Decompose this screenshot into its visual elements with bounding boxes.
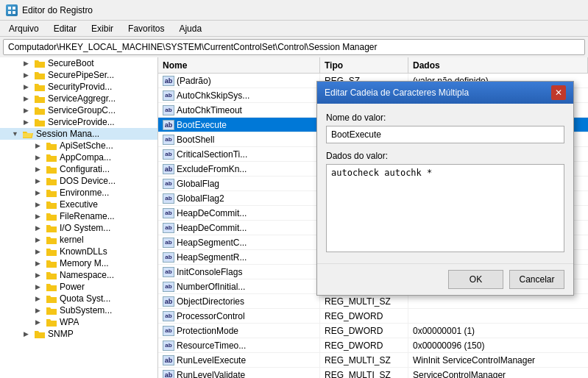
cell-name-text: BootExecute	[177, 120, 227, 130]
tree-arrow: ▶	[35, 236, 46, 243]
tree-label: ServiceGroupC...	[48, 105, 116, 115]
col-header-data[interactable]: Dados	[408, 57, 588, 73]
cell-name: abGlobalFlag	[158, 176, 320, 190]
cell-name-text: HeapSegmentR...	[177, 252, 247, 263]
tree-arrow: ▶	[35, 295, 46, 302]
folder-icon	[34, 105, 46, 115]
menu-editar[interactable]: Editar	[48, 22, 82, 35]
table-row[interactable]: abProtectionModeREG_DWORD0x00000001 (1)	[158, 324, 588, 338]
tree-arrow: ▼	[12, 130, 22, 138]
tree-item-dosdevice[interactable]: ▶ DOS Device...	[0, 175, 157, 187]
tree-item-wpa[interactable]: ▶ WPA	[0, 316, 157, 328]
dialog-name-input[interactable]	[326, 126, 564, 143]
table-row[interactable]: abRunLevelValidateREG_MULTI_SZServiceCon…	[158, 368, 588, 378]
cell-name-text: AutoChkTimeout	[177, 105, 242, 115]
address-bar: Computador\HKEY_LOCAL_MACHINE\SYSTEM\Cur…	[3, 39, 585, 55]
tree-label: DOS Device...	[60, 176, 116, 186]
reg-sz-icon: ab	[163, 76, 174, 86]
cell-name-text: ProcessorControl	[177, 311, 245, 321]
cell-name: ab(Padrão)	[158, 74, 320, 88]
tree-item-power[interactable]: ▶ Power	[0, 281, 157, 293]
tree-item-secureboot[interactable]: ▶ SecureBoot	[0, 57, 157, 69]
tree-item-serviceprovide[interactable]: ▶ ServiceProvide...	[0, 116, 157, 128]
cell-name: abCriticalSectionTi...	[158, 147, 320, 161]
dialog-data-label: Dados do valor:	[326, 151, 564, 161]
dialog-data-container	[326, 164, 564, 254]
folder-icon	[46, 246, 57, 257]
tree-item-snmp[interactable]: ▶ SNMP	[0, 328, 157, 340]
dialog-data-textarea[interactable]	[326, 164, 564, 252]
table-row[interactable]: abRunLevelExecuteREG_MULTI_SZWinInit Ser…	[158, 353, 588, 368]
tree-item-sessionmanager[interactable]: ▼ Session Mana...	[0, 128, 157, 140]
tree-item-serviceaggregr[interactable]: ▶ ServiceAggregr...	[0, 93, 157, 104]
tree-item-filerename[interactable]: ▶ FileRename...	[0, 210, 157, 222]
folder-icon	[46, 176, 57, 186]
tree-item-appcompa[interactable]: ▶ AppCompa...	[0, 151, 157, 163]
tree-arrow: ▶	[35, 201, 46, 208]
cell-name-text: HeapDeCommit...	[177, 208, 247, 218]
cell-name-text: BootShell	[177, 135, 214, 145]
tree-item-namespace[interactable]: ▶ Namespace...	[0, 269, 157, 281]
cell-type: REG_DWORD	[320, 309, 408, 323]
reg-dword-icon: ab	[163, 340, 174, 351]
cell-type: REG_MULTI_SZ	[320, 294, 408, 308]
dialog-close-button[interactable]: ✕	[551, 85, 566, 100]
reg-dword-icon: ab	[163, 238, 174, 248]
tree-item-quotasyst[interactable]: ▶ Quota Syst...	[0, 293, 157, 304]
cell-name: abExcludeFromKn...	[158, 162, 320, 176]
cell-data: 0x00000001 (1)	[408, 324, 588, 338]
dialog-cancel-button[interactable]: Cancelar	[509, 270, 564, 289]
tree-arrow: ▶	[35, 177, 46, 185]
dialog-title-bar: Editar Cadeia de Caracteres Múltipla ✕	[317, 82, 573, 104]
tree-arrow: ▶	[35, 189, 46, 196]
reg-dword-icon: ab	[163, 149, 174, 160]
menu-favoritos[interactable]: Favoritos	[122, 22, 170, 35]
tree-item-configurati[interactable]: ▶ Configurati...	[0, 163, 157, 175]
tree-item-securepipeser[interactable]: ▶ SecurePipeSer...	[0, 69, 157, 81]
tree-arrow: ▶	[35, 165, 46, 173]
cell-name-text: (Padrão)	[177, 76, 211, 86]
reg-dword-icon: ab	[163, 252, 174, 263]
dialog-ok-button[interactable]: OK	[448, 270, 503, 289]
cell-name-text: RunLevelExecute	[177, 355, 246, 365]
tree-item-executive[interactable]: ▶ Executive	[0, 199, 157, 210]
reg-dword-icon: ab	[163, 179, 174, 189]
cell-type: REG_MULTI_SZ	[320, 353, 408, 367]
svg-rect-2	[8, 11, 11, 14]
table-row[interactable]: abObjectDirectoriesREG_MULTI_SZ	[158, 294, 588, 309]
tree-label: WPA	[60, 317, 79, 327]
tree-item-kernel[interactable]: ▶ kernel	[0, 234, 157, 246]
cell-name: abHeapSegmentR...	[158, 250, 320, 264]
tree-label: I/O System...	[60, 223, 110, 233]
menu-arquivo[interactable]: Arquivo	[3, 22, 45, 35]
col-header-type[interactable]: Tipo	[320, 57, 408, 73]
menu-ajuda[interactable]: Ajuda	[173, 22, 208, 35]
cell-name: abProcessorControl	[158, 309, 320, 323]
tree-item-subsystem[interactable]: ▶ SubSystem...	[0, 304, 157, 316]
cell-name-text: AutoChkSkipSys...	[177, 90, 249, 101]
tree-arrow: ▶	[35, 318, 46, 326]
cell-data: WinInit ServiceControlManager	[408, 353, 588, 367]
cell-name: abInitConsoleFlags	[158, 265, 320, 279]
reg-dword-icon: ab	[163, 105, 174, 115]
table-row[interactable]: abProcessorControlREG_DWORD	[158, 309, 588, 324]
folder-icon	[46, 293, 57, 304]
tree-label: Executive	[60, 199, 98, 210]
reg-dword-icon: ab	[163, 223, 174, 233]
reg-sz-icon: ab	[163, 164, 174, 174]
cell-type: REG_DWORD	[320, 338, 408, 352]
table-row[interactable]: abResourceTimeo...REG_DWORD0x00000096 (1…	[158, 338, 588, 353]
menu-bar: Arquivo Editar Exibir Favoritos Ajuda	[0, 21, 588, 37]
col-header-name[interactable]: Nome	[158, 57, 320, 73]
cell-name-text: HeapSegmentC...	[177, 238, 247, 248]
tree-item-securityprovid[interactable]: ▶ SecurityProvid...	[0, 81, 157, 93]
menu-exibir[interactable]: Exibir	[85, 22, 119, 35]
tree-item-environme[interactable]: ▶ Environme...	[0, 187, 157, 199]
tree-item-memorym[interactable]: ▶ Memory M...	[0, 257, 157, 269]
tree-item-apisetsche[interactable]: ▶ ApiSetSche...	[0, 140, 157, 151]
tree-arrow: ▶	[24, 118, 34, 126]
tree-label: Environme...	[60, 188, 109, 198]
tree-item-servicegroupc[interactable]: ▶ ServiceGroupC...	[0, 104, 157, 116]
tree-item-iosystem[interactable]: ▶ I/O System...	[0, 222, 157, 234]
tree-item-knowndlls[interactable]: ▶ KnownDLLs	[0, 246, 157, 257]
